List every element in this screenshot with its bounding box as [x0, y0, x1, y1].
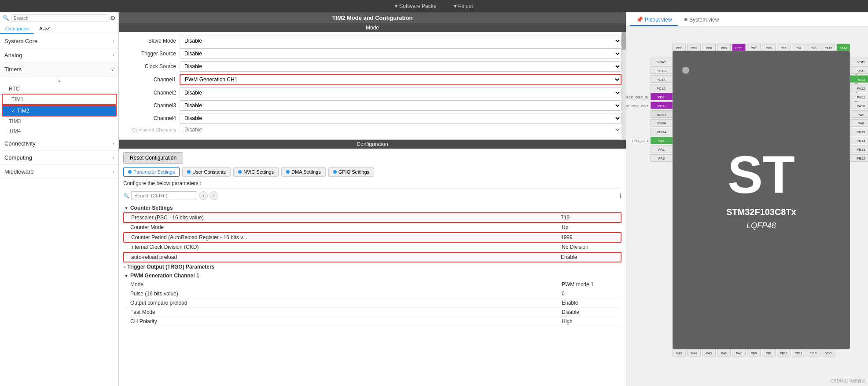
param-row-counter-mode[interactable]: Counter Mode Up	[123, 223, 622, 232]
tab-nvic-settings[interactable]: NVIC Settings	[233, 167, 279, 177]
svg-text:PB14: PB14	[857, 139, 865, 143]
svg-text:PB12: PB12	[857, 157, 865, 160]
reset-configuration-button[interactable]: Reset Configuration	[123, 152, 183, 164]
svg-text:VBAT: VBAT	[657, 60, 666, 64]
sidebar-item-timers[interactable]: Timers ∨	[0, 62, 118, 76]
param-row-prescaler[interactable]: Prescaler (PSC - 16 bits value) 719	[123, 212, 622, 223]
search-input[interactable]	[11, 14, 108, 22]
trigger-source-select[interactable]: Disable	[180, 48, 622, 59]
mode-content: Slave Mode Disable Trigger Source Disabl…	[119, 32, 626, 140]
mode-scrollbar-thumb[interactable]	[622, 32, 626, 50]
sidebar-item-analog[interactable]: Analog ›	[0, 48, 118, 62]
fast-mode-value: Disable	[562, 309, 614, 315]
mode-row-channel1: Channel1 PWM Generation CH1	[123, 74, 622, 85]
trigger-output-label: Trigger Output (TRGO) Parameters	[127, 264, 214, 270]
param-left-arrow-btn[interactable]: ‹	[199, 191, 208, 200]
tim3-label: TIM3	[9, 118, 21, 124]
channel4-label: Channel4	[123, 115, 176, 121]
tab-dma-settings[interactable]: DMA Settings	[281, 167, 326, 177]
ch-polarity-value: High	[562, 318, 614, 324]
svg-text:VSSA: VSSA	[657, 121, 666, 125]
sidebar-sub-rtc[interactable]: RTC	[0, 84, 118, 94]
counter-settings-group[interactable]: ▼ Counter Settings	[123, 204, 622, 212]
svg-text:VSS: VSS	[857, 69, 864, 73]
oc-preload-value: Enable	[562, 300, 614, 306]
computing-label: Computing	[4, 154, 32, 161]
slave-mode-label: Slave Mode	[123, 38, 176, 44]
mode-row-channel2: Channel2 Disable	[123, 87, 622, 98]
mode-row-slave: Slave Mode Disable	[123, 36, 622, 46]
gear-icon[interactable]: ⚙	[110, 15, 116, 22]
tab-parameter-settings[interactable]: Parameter Settings	[123, 167, 180, 177]
chevron-right-icon-conn: ›	[113, 141, 114, 146]
right-tab-bar: 📌 Pinout view ≡ System view	[626, 12, 868, 26]
sidebar-item-system-core[interactable]: System Core ›	[0, 34, 118, 48]
sidebar-items: System Core › Analog › Timers ∨ ▲ RTC TI…	[0, 34, 118, 386]
param-info-icon[interactable]: ℹ	[619, 192, 622, 199]
tab-a-to-z[interactable]: A->Z	[34, 24, 55, 34]
svg-text:PC13-: PC13-	[657, 69, 667, 73]
user-constants-label: User Constants	[192, 169, 226, 175]
param-settings-dot	[128, 170, 132, 174]
combined-select[interactable]: Disable	[180, 126, 622, 134]
param-row-oc-preload[interactable]: Output compare preload Enable	[123, 299, 622, 308]
svg-text:VDDA: VDDA	[657, 130, 667, 134]
tab-gpio-settings[interactable]: GPIO Settings	[328, 167, 374, 177]
gpio-label: GPIO Settings	[338, 169, 369, 175]
channel1-select[interactable]: PWM Generation CH1	[180, 74, 622, 85]
mode-scrollbar[interactable]	[622, 32, 626, 139]
tab-user-constants[interactable]: User Constants	[182, 167, 231, 177]
channel3-select[interactable]: Disable	[180, 100, 622, 111]
chevron-down-icon: ▾	[395, 3, 397, 9]
svg-text:BOO: BOO	[736, 47, 743, 50]
svg-text:FA14: FA14	[840, 47, 847, 50]
search-icon: 🔍	[3, 15, 9, 21]
sidebar-item-middleware[interactable]: Middleware ›	[0, 165, 118, 179]
svg-text:PA9: PA9	[858, 113, 864, 117]
param-row-ch-polarity[interactable]: CH Polarity High	[123, 317, 622, 326]
trigger-source-label: Trigger Source	[123, 51, 176, 57]
clock-source-select[interactable]: Disable	[180, 61, 622, 72]
tab-system-view[interactable]: ≡ System view	[678, 14, 725, 26]
sidebar-sub-tim2[interactable]: ✓ TIM2	[2, 105, 117, 117]
param-row-pulse[interactable]: Pulse (16 bits value) 0	[123, 289, 622, 299]
svg-text:PA2: PA2	[658, 157, 665, 160]
param-search-input[interactable]	[131, 191, 197, 200]
svg-text:PA5: PA5	[706, 352, 712, 355]
counter-period-value: 1999	[561, 234, 614, 240]
svg-text:NRST: NRST	[657, 113, 666, 117]
chevron-down-icon-2: ▾	[454, 3, 456, 9]
tab-pinout-view[interactable]: 📌 Pinout view	[630, 14, 678, 26]
tab-categories[interactable]: Categories	[0, 24, 34, 34]
channel2-select[interactable]: Disable	[180, 87, 622, 98]
param-row-autoreload[interactable]: auto-reload preload Enable	[123, 252, 622, 262]
sidebar-sub-tim4[interactable]: TIM4	[0, 126, 118, 136]
software-packs-menu[interactable]: ▾ Software Packs	[395, 3, 436, 9]
sidebar-sub-tim1[interactable]: TIM1	[2, 94, 117, 105]
svg-text:PA15: PA15	[825, 47, 832, 50]
param-row-fast-mode[interactable]: Fast Mode Disable	[123, 308, 622, 317]
param-row-counter-period[interactable]: Counter Period (AutoReload Register - 16…	[123, 232, 622, 243]
channel4-select[interactable]: Disable	[180, 113, 622, 124]
sidebar-item-connectivity[interactable]: Connectivity ›	[0, 137, 118, 151]
mode-section-header: Mode	[119, 23, 626, 32]
svg-text:VDD: VDD	[676, 47, 683, 50]
timers-up-arrow[interactable]: ▲	[0, 77, 118, 84]
param-row-ckd[interactable]: Internal Clock Division (CKD) No Divisio…	[123, 243, 622, 252]
pwm-gen-group[interactable]: ▼ PWM Generation Channel 1	[123, 271, 622, 280]
sidebar-sub-tim3[interactable]: TIM3	[0, 117, 118, 126]
timers-label: Timers	[4, 66, 22, 73]
sidebar-item-computing[interactable]: Computing ›	[0, 151, 118, 165]
param-row-pwm-mode[interactable]: Mode PWM mode 1	[123, 280, 622, 289]
svg-text:VDD: VDD	[857, 60, 864, 64]
slave-mode-select[interactable]: Disable	[180, 36, 622, 46]
nvic-label: NVIC Settings	[243, 169, 274, 175]
pinout-menu[interactable]: ▾ Pinout	[454, 3, 473, 9]
pwm-triangle-icon: ▼	[124, 273, 129, 278]
mode-row-combined: Combined Channels Disable	[123, 126, 622, 134]
chevron-right-icon-mid: ›	[113, 169, 114, 174]
trigger-output-group[interactable]: › Trigger Output (TRGO) Parameters	[123, 262, 622, 271]
svg-text:PB9: PB9	[721, 47, 727, 50]
chip-view: SYS_JTCK-SWCLK VDD VSS PB8 PB9 BOO PB7	[626, 26, 868, 386]
param-right-arrow-btn[interactable]: ›	[210, 191, 218, 200]
